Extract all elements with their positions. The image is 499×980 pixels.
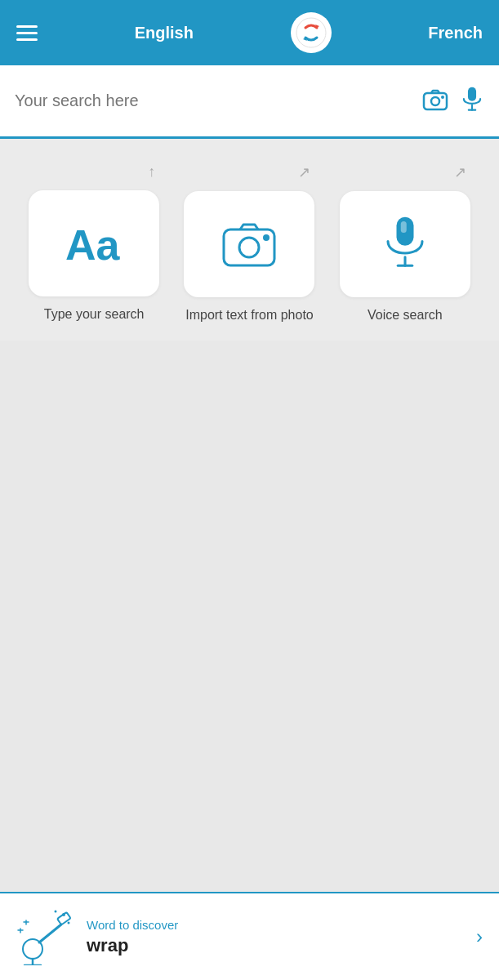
search-action-icons <box>422 87 484 116</box>
type-search-label: Type your search <box>44 306 145 323</box>
word-of-day-text: wrap <box>87 935 463 956</box>
voice-arrow-icon: ↗ <box>454 163 466 181</box>
app-logo[interactable] <box>291 12 332 53</box>
source-language[interactable]: English <box>135 24 194 42</box>
word-of-day-card[interactable]: Word to discover wrap › <box>0 892 499 980</box>
word-illustration <box>16 908 74 965</box>
photo-import-label: Import text from photo <box>185 307 314 324</box>
word-chevron-icon[interactable]: › <box>476 925 483 948</box>
word-discover-label: Word to discover <box>87 918 463 932</box>
svg-point-4 <box>431 97 439 105</box>
photo-arrow-icon: ↗ <box>298 163 310 181</box>
menu-button[interactable] <box>16 25 38 41</box>
svg-point-5 <box>441 96 444 99</box>
type-search-card[interactable]: Aa <box>29 190 159 296</box>
camera-search-icon[interactable] <box>422 87 448 116</box>
svg-point-24 <box>68 922 70 924</box>
photo-import-card[interactable] <box>184 191 314 297</box>
svg-line-18 <box>39 924 61 942</box>
search-input[interactable] <box>15 91 422 110</box>
svg-rect-6 <box>468 87 476 100</box>
svg-rect-3 <box>424 93 447 109</box>
main-content: ↑ Aa Type your search ↗ Import text from… <box>0 139 499 341</box>
svg-point-0 <box>296 18 326 47</box>
voice-search-card[interactable] <box>340 191 470 297</box>
voice-search-label: Voice search <box>368 307 443 324</box>
svg-point-23 <box>55 911 57 913</box>
type-arrow-icon: ↑ <box>148 163 155 180</box>
search-options: ↑ Aa Type your search ↗ Import text from… <box>16 163 483 324</box>
svg-rect-16 <box>401 221 407 233</box>
target-language[interactable]: French <box>428 24 483 42</box>
type-search-option[interactable]: ↑ Aa Type your search <box>25 163 163 324</box>
svg-text:Aa: Aa <box>65 221 121 268</box>
word-info: Word to discover wrap <box>87 918 463 956</box>
svg-point-22 <box>62 913 65 916</box>
voice-search-option[interactable]: ↗ Voice search <box>336 163 474 324</box>
svg-point-12 <box>263 234 270 241</box>
search-bar <box>0 65 499 139</box>
svg-point-11 <box>239 238 259 257</box>
mic-search-icon[interactable] <box>460 87 484 116</box>
app-header: English French <box>0 0 499 65</box>
photo-import-option[interactable]: ↗ Import text from photo <box>180 163 319 324</box>
